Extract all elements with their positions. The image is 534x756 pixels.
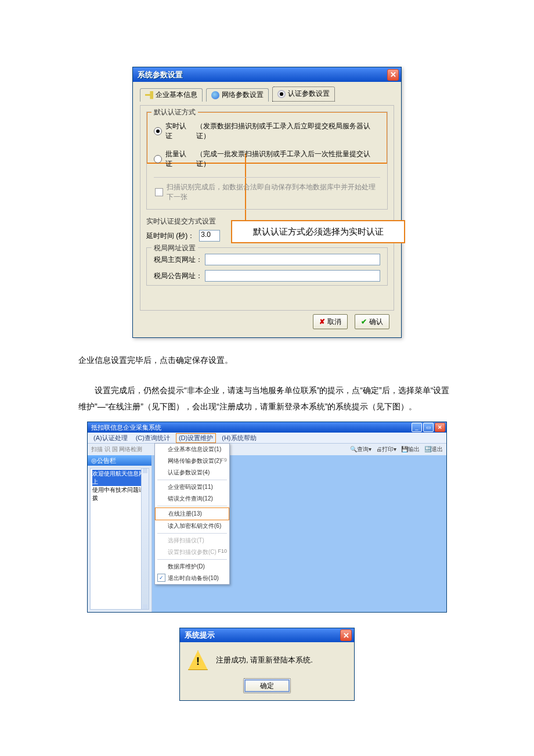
tab-auth-params[interactable]: 认证参数设置 [272,87,335,102]
menu-item-online-register[interactable]: 在线注册(13) [155,507,229,520]
settings-dialog: 系统参数设置 ✕ 企业基本信息 网络参数设置 认证参数设置 默认认证方式 实时认… [132,67,402,338]
toolbar-export[interactable]: 💾输出 [401,445,420,453]
system-prompt-dialog: 系统提示 ✕ ! 注册成功, 请重新登陆本系统. 确定 [179,628,355,701]
menu-settings[interactable]: (D)设置维护 [176,433,216,443]
key-icon [145,91,153,99]
group-legend: 税局网址设置 [151,243,198,253]
bulletin-line-2: 使用中有技术问题请拨 [92,486,147,502]
toolbar: 扫描 识 国 网络检测 🔍查询▾ 🖨打印▾ 💾输出 🔙退出 [88,444,446,455]
close-button[interactable]: ✕ [435,423,445,432]
menu-item-import-key[interactable]: 读入加密私钥文件(6) [155,520,229,532]
titlebar: 抵扣联信息企业采集系统 _ ▭ ✕ [88,422,446,433]
maximize-button[interactable]: ▭ [423,423,434,432]
label-bulletin-url: 税局公告网址： [154,271,203,281]
prompt-title: 系统提示 [185,630,340,640]
eye-icon [277,90,286,98]
menu-item-basic-info[interactable]: 企业基本信息设置(1) [155,444,229,455]
bulletin-line-1: 欢迎使用航天信息网上 [92,470,147,486]
tab-network-params[interactable]: 网络参数设置 [206,88,269,102]
checkbox-auto-save[interactable]: 扫描识别完成后，如数据合法即自动保存到本地数据库中并开始处理下一张 [155,182,379,202]
toolbar-print[interactable]: 🖨打印▾ [376,445,396,453]
label-home-url: 税局主页网址： [154,255,203,265]
radio-icon [154,155,162,163]
separator [157,559,227,560]
window-buttons: _ ▭ ✕ [412,423,445,432]
menu-help[interactable]: (H)系统帮助 [219,434,258,442]
radio-icon [154,127,162,135]
input-bulletin-url[interactable] [205,270,380,282]
bulletin-box: 欢迎使用航天信息网上 使用中有技术问题请拨 [90,468,149,610]
settings-dropdown: 企业基本信息设置(1) 网络传输参数设置(2)F9 认证参数设置(4) 企业密码… [154,443,230,585]
minimize-button[interactable]: _ [412,423,422,432]
input-delay-seconds[interactable]: 3.0 [199,230,220,242]
checkbox-icon [155,188,163,196]
separator [157,506,227,506]
toolbar-exit[interactable]: 🔙退出 [424,445,443,453]
menu-item-select-scanner: 选择扫描仪(T) [155,535,229,546]
menu-item-auth-params[interactable]: 认证参数设置(4) [155,467,229,478]
globe-icon [211,91,219,99]
warning-icon: ! [188,650,208,670]
check-icon: ✓ [157,574,165,582]
document-paragraph-1: 企业信息设置完毕后，点击确定保存设置。 [78,352,456,368]
titlebar: 系统参数设置 ✕ [133,67,401,82]
ok-button[interactable]: 确定 [243,678,291,693]
group-legend: 默认认证方式 [151,107,198,117]
check-icon: ✔ [361,318,367,326]
menu-item-db-maintain[interactable]: 数据库维护(D) [155,561,229,573]
dialog-button-bar: ✘取消 ✔确认 [140,311,394,330]
app-title: 抵扣联信息企业采集系统 [91,423,412,432]
input-home-url[interactable] [205,254,380,265]
tab-panel: 默认认证方式 实时认证 （发票数据扫描识别或手工录入后立即提交税局服务器认证） … [140,105,394,311]
menu-item-network-params[interactable]: 网络传输参数设置(2)F9 [155,455,229,467]
radio-batch-auth[interactable]: 批量认证 （完成一批发票扫描识别或手工录入后一次性批量提交认证） [154,149,380,169]
separator [157,480,227,480]
menu-item-error-files[interactable]: 错误文件查询(12) [155,493,229,505]
cancel-button[interactable]: ✘取消 [313,314,348,329]
close-button[interactable]: ✕ [387,69,399,81]
group-default-auth-method: 默认认证方式 实时认证 （发票数据扫描识别或手工录入后立即提交税局服务器认证） … [146,111,388,210]
annotation-callout: 默认认证方式必须选择为实时认证 [231,220,405,243]
sidebar-header: ◎ 公告栏 [88,455,151,466]
prompt-message: 注册成功, 请重新登陆本系统. [216,655,313,665]
menu-query[interactable]: (C)查询统计 [134,434,172,442]
window-title: 系统参数设置 [138,70,387,80]
main-app-window: 抵扣联信息企业采集系统 _ ▭ ✕ (A)认证处理 (C)查询统计 (D)设置维… [87,422,447,613]
sidebar: ◎ 公告栏 欢迎使用航天信息网上 使用中有技术问题请拨 [88,455,152,612]
menu-item-scanner-params: 设置扫描仪参数(C)F10 [155,546,229,558]
document-paragraph-2: 设置完成后，仍然会提示“非本企业，请速与当地服务单位联系”的提示，点“确定”后，… [78,382,456,415]
toolbar-right: 🔍查询▾ 🖨打印▾ 💾输出 🔙退出 [350,445,443,453]
radio-realtime-auth[interactable]: 实时认证 （发票数据扫描识别或手工录入后立即提交税局服务器认证） [154,121,380,141]
separator [157,533,227,534]
scrollbar[interactable] [141,469,149,609]
menu-auth[interactable]: (A)认证处理 [91,434,130,442]
label-delay: 延时时间 (秒)： [146,231,194,241]
titlebar: 系统提示 ✕ [180,628,354,642]
close-button[interactable]: ✕ [340,629,352,641]
menu-item-auto-backup[interactable]: ✓退出时自动备份(10) [155,573,229,584]
group-tax-urls: 税局网址设置 税局主页网址： 税局公告网址： [146,247,388,286]
tab-strip: 企业基本信息 网络参数设置 认证参数设置 [140,87,394,102]
menubar: (A)认证处理 (C)查询统计 (D)设置维护 (H)系统帮助 [88,433,446,444]
ok-button[interactable]: ✔确认 [355,314,389,329]
menu-item-password[interactable]: 企业密码设置(11) [155,481,229,493]
app-client-area: ◎ 公告栏 欢迎使用航天信息网上 使用中有技术问题请拨 [88,455,446,612]
toolbar-query[interactable]: 🔍查询▾ [350,445,371,453]
tab-basic-info[interactable]: 企业基本信息 [140,88,203,102]
toolbar-left[interactable]: 扫描 识 国 网络检测 [91,445,142,453]
x-icon: ✘ [319,318,325,326]
